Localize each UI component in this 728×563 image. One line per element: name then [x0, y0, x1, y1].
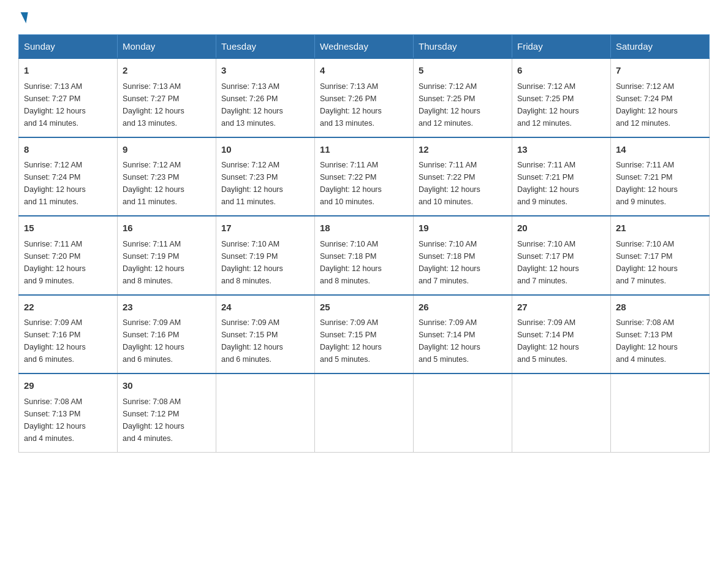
day-number: 19 [419, 221, 507, 236]
calendar-day-cell: 14Sunrise: 7:11 AMSunset: 7:21 PMDayligh… [611, 137, 710, 216]
day-number: 3 [221, 64, 309, 78]
day-of-week-header: Thursday [414, 35, 512, 59]
day-info: Sunrise: 7:12 AMSunset: 7:23 PMDaylight:… [221, 159, 309, 208]
day-number: 4 [320, 64, 408, 78]
calendar-day-cell [216, 373, 315, 452]
day-of-week-header: Sunday [19, 35, 118, 59]
day-number: 30 [123, 379, 211, 393]
calendar-day-cell: 25Sunrise: 7:09 AMSunset: 7:15 PMDayligh… [315, 295, 414, 374]
day-number: 26 [419, 301, 507, 315]
day-info: Sunrise: 7:09 AMSunset: 7:14 PMDaylight:… [419, 316, 507, 366]
day-number: 27 [517, 301, 605, 315]
calendar-week-row: 8Sunrise: 7:12 AMSunset: 7:24 PMDaylight… [19, 137, 710, 216]
day-number: 18 [320, 221, 408, 236]
day-number: 28 [616, 301, 704, 315]
day-number: 20 [517, 221, 605, 236]
logo [18, 12, 27, 22]
calendar-week-row: 29Sunrise: 7:08 AMSunset: 7:13 PMDayligh… [19, 373, 710, 452]
calendar-day-cell: 23Sunrise: 7:09 AMSunset: 7:16 PMDayligh… [118, 295, 216, 374]
calendar-day-cell: 15Sunrise: 7:11 AMSunset: 7:20 PMDayligh… [19, 216, 118, 295]
calendar-day-cell: 9Sunrise: 7:12 AMSunset: 7:23 PMDaylight… [118, 137, 216, 216]
day-number: 9 [123, 143, 211, 157]
day-info: Sunrise: 7:09 AMSunset: 7:15 PMDaylight:… [221, 316, 309, 366]
day-info: Sunrise: 7:13 AMSunset: 7:26 PMDaylight:… [221, 80, 309, 129]
day-number: 12 [419, 143, 507, 157]
calendar-day-cell: 2Sunrise: 7:13 AMSunset: 7:27 PMDaylight… [118, 58, 216, 137]
calendar-day-cell: 21Sunrise: 7:10 AMSunset: 7:17 PMDayligh… [611, 216, 710, 295]
calendar-day-cell: 20Sunrise: 7:10 AMSunset: 7:17 PMDayligh… [512, 216, 611, 295]
day-info: Sunrise: 7:11 AMSunset: 7:21 PMDaylight:… [616, 159, 704, 208]
day-number: 29 [24, 379, 112, 393]
day-info: Sunrise: 7:12 AMSunset: 7:23 PMDaylight:… [123, 159, 211, 208]
day-info: Sunrise: 7:11 AMSunset: 7:21 PMDaylight:… [517, 159, 605, 208]
day-info: Sunrise: 7:12 AMSunset: 7:24 PMDaylight:… [616, 80, 704, 129]
calendar-day-cell [315, 373, 414, 452]
day-number: 15 [24, 221, 112, 236]
calendar-week-row: 15Sunrise: 7:11 AMSunset: 7:20 PMDayligh… [19, 216, 710, 295]
day-info: Sunrise: 7:08 AMSunset: 7:13 PMDaylight:… [24, 396, 112, 445]
day-info: Sunrise: 7:11 AMSunset: 7:22 PMDaylight:… [320, 159, 408, 208]
calendar-day-cell: 16Sunrise: 7:11 AMSunset: 7:19 PMDayligh… [118, 216, 216, 295]
day-number: 16 [123, 221, 211, 236]
day-number: 2 [123, 64, 211, 78]
day-info: Sunrise: 7:13 AMSunset: 7:26 PMDaylight:… [320, 80, 408, 129]
day-number: 7 [616, 64, 704, 78]
calendar-day-cell: 24Sunrise: 7:09 AMSunset: 7:15 PMDayligh… [216, 295, 315, 374]
day-number: 13 [517, 143, 605, 157]
day-number: 17 [221, 221, 309, 236]
day-info: Sunrise: 7:10 AMSunset: 7:17 PMDaylight:… [517, 238, 605, 287]
day-info: Sunrise: 7:09 AMSunset: 7:15 PMDaylight:… [320, 316, 408, 366]
day-info: Sunrise: 7:08 AMSunset: 7:13 PMDaylight:… [616, 316, 704, 366]
calendar-day-cell: 1Sunrise: 7:13 AMSunset: 7:27 PMDaylight… [19, 58, 118, 137]
calendar-day-cell: 8Sunrise: 7:12 AMSunset: 7:24 PMDaylight… [19, 137, 118, 216]
calendar-table: SundayMondayTuesdayWednesdayThursdayFrid… [18, 34, 710, 453]
day-number: 25 [320, 301, 408, 315]
calendar-day-cell: 6Sunrise: 7:12 AMSunset: 7:25 PMDaylight… [512, 58, 611, 137]
day-number: 21 [616, 221, 704, 236]
calendar-day-cell: 28Sunrise: 7:08 AMSunset: 7:13 PMDayligh… [611, 295, 710, 374]
calendar-day-cell: 4Sunrise: 7:13 AMSunset: 7:26 PMDaylight… [315, 58, 414, 137]
day-of-week-header: Monday [118, 35, 216, 59]
day-info: Sunrise: 7:11 AMSunset: 7:20 PMDaylight:… [24, 238, 112, 287]
calendar-day-cell [512, 373, 611, 452]
day-number: 6 [517, 64, 605, 78]
calendar-day-cell: 29Sunrise: 7:08 AMSunset: 7:13 PMDayligh… [19, 373, 118, 452]
calendar-day-cell: 12Sunrise: 7:11 AMSunset: 7:22 PMDayligh… [414, 137, 512, 216]
calendar-day-cell: 22Sunrise: 7:09 AMSunset: 7:16 PMDayligh… [19, 295, 118, 374]
day-info: Sunrise: 7:10 AMSunset: 7:17 PMDaylight:… [616, 238, 704, 287]
day-of-week-header: Wednesday [315, 35, 414, 59]
calendar-day-cell: 17Sunrise: 7:10 AMSunset: 7:19 PMDayligh… [216, 216, 315, 295]
day-number: 14 [616, 143, 704, 157]
day-info: Sunrise: 7:13 AMSunset: 7:27 PMDaylight:… [24, 80, 112, 129]
day-info: Sunrise: 7:10 AMSunset: 7:18 PMDaylight:… [419, 238, 507, 287]
calendar-day-cell: 5Sunrise: 7:12 AMSunset: 7:25 PMDaylight… [414, 58, 512, 137]
calendar-day-cell: 19Sunrise: 7:10 AMSunset: 7:18 PMDayligh… [414, 216, 512, 295]
day-of-week-header: Friday [512, 35, 611, 59]
logo-arrow-icon [18, 12, 28, 23]
calendar-day-cell: 18Sunrise: 7:10 AMSunset: 7:18 PMDayligh… [315, 216, 414, 295]
day-number: 10 [221, 143, 309, 157]
calendar-day-cell [414, 373, 512, 452]
day-number: 11 [320, 143, 408, 157]
day-number: 8 [24, 143, 112, 157]
day-of-week-header: Tuesday [216, 35, 315, 59]
calendar-day-cell: 10Sunrise: 7:12 AMSunset: 7:23 PMDayligh… [216, 137, 315, 216]
calendar-day-cell: 13Sunrise: 7:11 AMSunset: 7:21 PMDayligh… [512, 137, 611, 216]
page-header [18, 12, 710, 22]
day-number: 24 [221, 301, 309, 315]
day-info: Sunrise: 7:11 AMSunset: 7:22 PMDaylight:… [419, 159, 507, 208]
calendar-week-row: 22Sunrise: 7:09 AMSunset: 7:16 PMDayligh… [19, 295, 710, 374]
calendar-header-row: SundayMondayTuesdayWednesdayThursdayFrid… [19, 35, 710, 59]
day-number: 1 [24, 64, 112, 78]
calendar-day-cell: 30Sunrise: 7:08 AMSunset: 7:12 PMDayligh… [118, 373, 216, 452]
calendar-day-cell: 7Sunrise: 7:12 AMSunset: 7:24 PMDaylight… [611, 58, 710, 137]
day-info: Sunrise: 7:12 AMSunset: 7:25 PMDaylight:… [419, 80, 507, 129]
day-number: 22 [24, 301, 112, 315]
day-info: Sunrise: 7:09 AMSunset: 7:16 PMDaylight:… [24, 316, 112, 366]
calendar-day-cell [611, 373, 710, 452]
day-info: Sunrise: 7:10 AMSunset: 7:18 PMDaylight:… [320, 238, 408, 287]
day-of-week-header: Saturday [611, 35, 710, 59]
calendar-day-cell: 26Sunrise: 7:09 AMSunset: 7:14 PMDayligh… [414, 295, 512, 374]
day-info: Sunrise: 7:09 AMSunset: 7:14 PMDaylight:… [517, 316, 605, 366]
day-info: Sunrise: 7:13 AMSunset: 7:27 PMDaylight:… [123, 80, 211, 129]
